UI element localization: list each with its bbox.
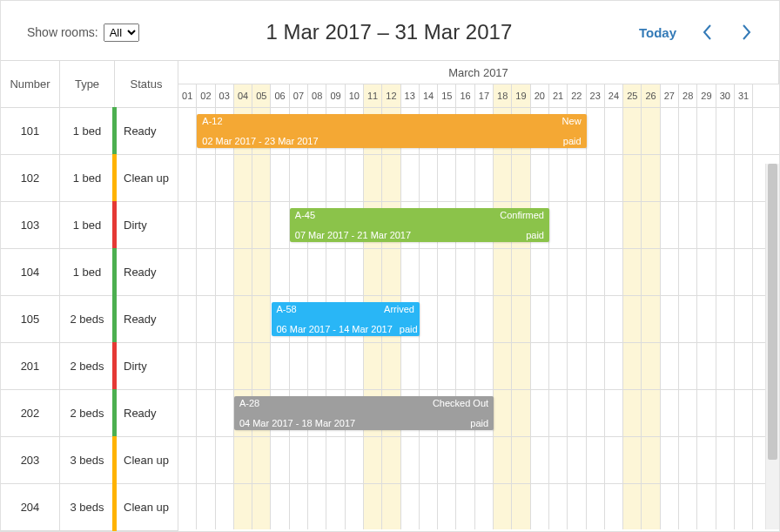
booking-paid-badge: paid [470, 418, 488, 428]
booking-bar[interactable]: A-58Arrived06 Mar 2017 - 14 Mar 2017paid [272, 302, 420, 336]
timeline-pane[interactable]: March 2017 01020304050607080910111213141… [178, 61, 779, 529]
booking-bar[interactable]: A-12New02 Mar 2017 - 23 Mar 2017paid [197, 114, 586, 148]
timeline-cell [271, 437, 289, 483]
timeline-cell [642, 155, 660, 201]
timeline-cell [456, 249, 474, 295]
timeline-cell [456, 296, 474, 342]
timeline-cell [587, 108, 605, 154]
day-header-cell: 09 [326, 84, 345, 107]
timeline-cell [568, 390, 586, 436]
timeline-cell [252, 202, 271, 248]
room-row: 2033 bedsClean up [1, 437, 178, 484]
room-type-cell: 2 beds [60, 390, 115, 436]
timeline-cell [216, 484, 234, 529]
day-header-cell: 12 [382, 84, 400, 107]
room-type-cell: 3 beds [60, 484, 115, 530]
room-type-cell: 1 bed [60, 155, 115, 201]
timeline-cell [512, 343, 530, 389]
timeline-cell [568, 484, 586, 529]
column-header-status: Status [115, 61, 178, 108]
status-color-bar [112, 201, 117, 249]
timeline-row[interactable] [178, 343, 779, 390]
timeline-cell [549, 155, 568, 201]
timeline-cell [216, 249, 234, 295]
timeline-cell [308, 437, 326, 483]
timeline-cell [661, 155, 679, 201]
timeline-cell [512, 484, 530, 529]
day-header-cell: 02 [197, 84, 215, 107]
timeline-cell [679, 108, 697, 154]
timeline-cell [623, 155, 642, 201]
booking-dates: 04 Mar 2017 - 18 Mar 2017 [239, 418, 355, 428]
day-header-cell: 18 [494, 84, 512, 107]
timeline-cell [531, 484, 549, 529]
timeline-cell [661, 343, 679, 389]
timeline-cell [494, 296, 512, 342]
timeline-row[interactable] [178, 155, 779, 202]
booking-status: New [562, 116, 582, 126]
timeline-row[interactable] [178, 249, 779, 296]
day-header-cell: 25 [623, 84, 642, 107]
today-button[interactable]: Today [639, 25, 676, 40]
timeline-cell [642, 343, 660, 389]
timeline-cell [568, 343, 586, 389]
booking-code: A-58 [277, 304, 297, 314]
day-header-cell: 31 [735, 84, 753, 107]
room-status-cell: Ready [115, 390, 178, 436]
day-header-cell: 19 [512, 84, 530, 107]
timeline-cell [346, 484, 364, 529]
timeline-cell [197, 202, 215, 248]
timeline-cell [234, 202, 252, 248]
timeline-cell [735, 108, 753, 154]
timeline-cell [271, 155, 289, 201]
timeline-cell [401, 437, 420, 483]
timeline-cell [605, 108, 623, 154]
timeline-row[interactable]: A-28Checked Out04 Mar 2017 - 18 Mar 2017… [178, 390, 779, 437]
next-month-button[interactable] [739, 24, 753, 41]
room-number-cell: 204 [1, 484, 60, 530]
room-type-cell: 2 beds [60, 296, 115, 342]
timeline-cell [475, 343, 494, 389]
timeline-row[interactable] [178, 484, 779, 529]
timeline-cell [178, 390, 197, 436]
rooms-filter-select[interactable]: All [104, 24, 139, 42]
timeline-cell [290, 155, 308, 201]
timeline-cell [475, 296, 494, 342]
timeline-row[interactable]: A-58Arrived06 Mar 2017 - 14 Mar 2017paid [178, 296, 779, 343]
room-status-cell: Clean up [115, 484, 178, 530]
day-header-cell: 11 [364, 84, 382, 107]
timeline-cell [549, 343, 568, 389]
booking-bar[interactable]: A-28Checked Out04 Mar 2017 - 18 Mar 2017… [234, 396, 494, 430]
timeline-cell [475, 437, 494, 483]
day-header-cell: 26 [642, 84, 660, 107]
timeline-row[interactable]: A-12New02 Mar 2017 - 23 Mar 2017paid [178, 108, 779, 155]
timeline-cell [512, 155, 530, 201]
booking-code: A-28 [239, 398, 259, 408]
vertical-scrollbar[interactable] [765, 164, 779, 529]
timeline-cell [605, 484, 623, 529]
room-row: 2043 bedsClean up [1, 484, 178, 531]
timeline-row[interactable] [178, 437, 779, 484]
timeline-cell [716, 296, 735, 342]
day-header-cell: 29 [697, 84, 716, 107]
status-color-bar [112, 483, 117, 531]
timeline-cell [735, 202, 753, 248]
timeline-cell [697, 202, 716, 248]
day-header-cell: 13 [401, 84, 420, 107]
room-row: 1011 bedReady [1, 108, 178, 155]
prev-month-button[interactable] [701, 24, 715, 41]
timeline-row[interactable]: A-45Confirmed07 Mar 2017 - 21 Mar 2017pa… [178, 202, 779, 249]
timeline-cell [642, 108, 660, 154]
booking-dates: 06 Mar 2017 - 14 Mar 2017 [277, 324, 393, 334]
booking-status: Arrived [384, 304, 414, 314]
timeline-cell [623, 108, 642, 154]
timeline-cell [549, 437, 568, 483]
timeline-cell [568, 437, 586, 483]
timeline-cell [178, 437, 197, 483]
scrollbar-thumb[interactable] [768, 164, 777, 460]
timeline-cell [623, 390, 642, 436]
room-number-cell: 101 [1, 108, 60, 154]
booking-bar[interactable]: A-45Confirmed07 Mar 2017 - 21 Mar 2017pa… [290, 208, 549, 242]
timeline-cell [716, 390, 735, 436]
timeline-cell [549, 202, 568, 248]
